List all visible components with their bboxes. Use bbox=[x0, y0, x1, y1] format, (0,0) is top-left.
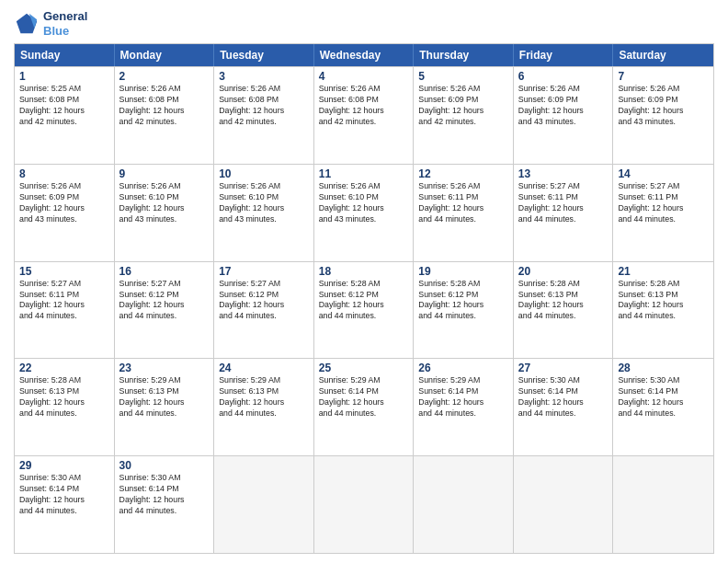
cal-cell-day-20: 20Sunrise: 5:28 AM Sunset: 6:13 PM Dayli… bbox=[514, 262, 614, 359]
day-number: 12 bbox=[418, 167, 508, 180]
day-number: 27 bbox=[518, 362, 609, 374]
calendar-page: General Blue SundayMondayTuesdayWednesda… bbox=[0, 0, 728, 563]
day-number: 18 bbox=[319, 265, 409, 278]
day-number: 15 bbox=[19, 265, 109, 278]
cal-cell-day-8: 8Sunrise: 5:26 AM Sunset: 6:09 PM Daylig… bbox=[15, 165, 115, 261]
day-info: Sunrise: 5:29 AM Sunset: 6:13 PM Dayligh… bbox=[219, 375, 309, 419]
day-number: 28 bbox=[618, 362, 709, 374]
cal-cell-day-7: 7Sunrise: 5:26 AM Sunset: 6:09 PM Daylig… bbox=[613, 67, 713, 164]
day-info: Sunrise: 5:30 AM Sunset: 6:14 PM Dayligh… bbox=[19, 473, 109, 517]
cal-cell-empty bbox=[613, 456, 713, 553]
cal-cell-day-30: 30Sunrise: 5:30 AM Sunset: 6:14 PM Dayli… bbox=[115, 456, 215, 553]
cal-row-5: 29Sunrise: 5:30 AM Sunset: 6:14 PM Dayli… bbox=[15, 455, 713, 553]
cal-cell-day-12: 12Sunrise: 5:26 AM Sunset: 6:11 PM Dayli… bbox=[414, 165, 514, 261]
day-info: Sunrise: 5:29 AM Sunset: 6:14 PM Dayligh… bbox=[319, 375, 409, 419]
cal-row-2: 8Sunrise: 5:26 AM Sunset: 6:09 PM Daylig… bbox=[15, 164, 713, 261]
day-info: Sunrise: 5:27 AM Sunset: 6:11 PM Dayligh… bbox=[618, 181, 709, 225]
cal-row-3: 15Sunrise: 5:27 AM Sunset: 6:11 PM Dayli… bbox=[15, 261, 713, 359]
day-info: Sunrise: 5:30 AM Sunset: 6:14 PM Dayligh… bbox=[618, 375, 709, 419]
day-info: Sunrise: 5:27 AM Sunset: 6:11 PM Dayligh… bbox=[518, 181, 609, 225]
cal-cell-day-23: 23Sunrise: 5:29 AM Sunset: 6:13 PM Dayli… bbox=[115, 359, 215, 455]
header-day-thursday: Thursday bbox=[414, 44, 514, 66]
header-day-sunday: Sunday bbox=[15, 44, 115, 66]
cal-cell-day-25: 25Sunrise: 5:29 AM Sunset: 6:14 PM Dayli… bbox=[314, 359, 415, 455]
day-number: 23 bbox=[119, 362, 210, 374]
day-number: 30 bbox=[119, 459, 210, 472]
header-day-wednesday: Wednesday bbox=[314, 44, 415, 66]
day-info: Sunrise: 5:26 AM Sunset: 6:10 PM Dayligh… bbox=[119, 181, 210, 225]
calendar-body: 1Sunrise: 5:25 AM Sunset: 6:08 PM Daylig… bbox=[15, 66, 713, 553]
cal-cell-day-13: 13Sunrise: 5:27 AM Sunset: 6:11 PM Dayli… bbox=[514, 165, 614, 261]
header-day-tuesday: Tuesday bbox=[214, 44, 314, 66]
cal-cell-day-5: 5Sunrise: 5:26 AM Sunset: 6:09 PM Daylig… bbox=[414, 67, 514, 164]
cal-cell-day-29: 29Sunrise: 5:30 AM Sunset: 6:14 PM Dayli… bbox=[15, 456, 115, 553]
day-info: Sunrise: 5:30 AM Sunset: 6:14 PM Dayligh… bbox=[518, 375, 609, 419]
day-number: 5 bbox=[418, 70, 508, 83]
day-info: Sunrise: 5:28 AM Sunset: 6:13 PM Dayligh… bbox=[618, 279, 709, 323]
cal-cell-day-9: 9Sunrise: 5:26 AM Sunset: 6:10 PM Daylig… bbox=[115, 165, 215, 261]
logo: General Blue bbox=[14, 9, 87, 38]
day-info: Sunrise: 5:27 AM Sunset: 6:12 PM Dayligh… bbox=[119, 279, 210, 323]
day-number: 11 bbox=[319, 167, 409, 180]
day-number: 8 bbox=[19, 167, 109, 180]
day-number: 19 bbox=[418, 265, 508, 278]
cal-cell-day-10: 10Sunrise: 5:26 AM Sunset: 6:10 PM Dayli… bbox=[214, 165, 314, 261]
cal-cell-day-27: 27Sunrise: 5:30 AM Sunset: 6:14 PM Dayli… bbox=[514, 359, 614, 455]
day-number: 16 bbox=[119, 265, 210, 278]
calendar-header: SundayMondayTuesdayWednesdayThursdayFrid… bbox=[15, 44, 713, 66]
header-day-friday: Friday bbox=[514, 44, 614, 66]
day-number: 29 bbox=[19, 459, 109, 472]
day-info: Sunrise: 5:26 AM Sunset: 6:09 PM Dayligh… bbox=[418, 84, 508, 128]
cal-cell-day-16: 16Sunrise: 5:27 AM Sunset: 6:12 PM Dayli… bbox=[115, 262, 215, 359]
day-info: Sunrise: 5:26 AM Sunset: 6:08 PM Dayligh… bbox=[119, 84, 210, 128]
cal-row-4: 22Sunrise: 5:28 AM Sunset: 6:13 PM Dayli… bbox=[15, 358, 713, 455]
day-number: 21 bbox=[618, 265, 709, 278]
cal-cell-day-26: 26Sunrise: 5:29 AM Sunset: 6:14 PM Dayli… bbox=[414, 359, 514, 455]
day-number: 4 bbox=[319, 70, 409, 83]
logo-icon bbox=[14, 11, 40, 37]
day-number: 22 bbox=[19, 362, 109, 374]
calendar: SundayMondayTuesdayWednesdayThursdayFrid… bbox=[14, 43, 714, 554]
header-day-monday: Monday bbox=[115, 44, 215, 66]
cal-cell-empty bbox=[214, 456, 314, 553]
cal-cell-day-3: 3Sunrise: 5:26 AM Sunset: 6:08 PM Daylig… bbox=[214, 67, 314, 164]
day-number: 9 bbox=[119, 167, 210, 180]
day-info: Sunrise: 5:26 AM Sunset: 6:10 PM Dayligh… bbox=[319, 181, 409, 225]
day-number: 17 bbox=[219, 265, 309, 278]
cal-cell-day-19: 19Sunrise: 5:28 AM Sunset: 6:12 PM Dayli… bbox=[414, 262, 514, 359]
cal-cell-day-17: 17Sunrise: 5:27 AM Sunset: 6:12 PM Dayli… bbox=[214, 262, 314, 359]
day-number: 10 bbox=[219, 167, 309, 180]
header-day-saturday: Saturday bbox=[613, 44, 713, 66]
day-number: 1 bbox=[19, 70, 109, 83]
day-number: 20 bbox=[518, 265, 609, 278]
day-info: Sunrise: 5:29 AM Sunset: 6:13 PM Dayligh… bbox=[119, 375, 210, 419]
day-info: Sunrise: 5:25 AM Sunset: 6:08 PM Dayligh… bbox=[19, 84, 109, 128]
cal-cell-empty bbox=[314, 456, 415, 553]
day-info: Sunrise: 5:26 AM Sunset: 6:10 PM Dayligh… bbox=[219, 181, 309, 225]
day-info: Sunrise: 5:30 AM Sunset: 6:14 PM Dayligh… bbox=[119, 473, 210, 517]
day-number: 6 bbox=[518, 70, 609, 83]
day-number: 13 bbox=[518, 167, 609, 180]
day-info: Sunrise: 5:27 AM Sunset: 6:11 PM Dayligh… bbox=[19, 279, 109, 323]
cal-cell-day-11: 11Sunrise: 5:26 AM Sunset: 6:10 PM Dayli… bbox=[314, 165, 415, 261]
logo-text: General Blue bbox=[43, 9, 87, 38]
day-info: Sunrise: 5:26 AM Sunset: 6:08 PM Dayligh… bbox=[319, 84, 409, 128]
day-number: 25 bbox=[319, 362, 409, 374]
cal-cell-day-18: 18Sunrise: 5:28 AM Sunset: 6:12 PM Dayli… bbox=[314, 262, 415, 359]
day-info: Sunrise: 5:28 AM Sunset: 6:12 PM Dayligh… bbox=[418, 279, 508, 323]
cal-cell-day-15: 15Sunrise: 5:27 AM Sunset: 6:11 PM Dayli… bbox=[15, 262, 115, 359]
day-info: Sunrise: 5:27 AM Sunset: 6:12 PM Dayligh… bbox=[219, 279, 309, 323]
day-info: Sunrise: 5:26 AM Sunset: 6:09 PM Dayligh… bbox=[618, 84, 709, 128]
day-info: Sunrise: 5:29 AM Sunset: 6:14 PM Dayligh… bbox=[418, 375, 508, 419]
cal-cell-day-22: 22Sunrise: 5:28 AM Sunset: 6:13 PM Dayli… bbox=[15, 359, 115, 455]
header: General Blue bbox=[14, 9, 714, 38]
cal-row-1: 1Sunrise: 5:25 AM Sunset: 6:08 PM Daylig… bbox=[15, 66, 713, 164]
day-number: 14 bbox=[618, 167, 709, 180]
cal-cell-day-4: 4Sunrise: 5:26 AM Sunset: 6:08 PM Daylig… bbox=[314, 67, 415, 164]
cal-cell-day-21: 21Sunrise: 5:28 AM Sunset: 6:13 PM Dayli… bbox=[613, 262, 713, 359]
cal-cell-empty bbox=[514, 456, 614, 553]
cal-cell-day-14: 14Sunrise: 5:27 AM Sunset: 6:11 PM Dayli… bbox=[613, 165, 713, 261]
cal-cell-day-2: 2Sunrise: 5:26 AM Sunset: 6:08 PM Daylig… bbox=[115, 67, 215, 164]
cal-cell-day-24: 24Sunrise: 5:29 AM Sunset: 6:13 PM Dayli… bbox=[214, 359, 314, 455]
day-info: Sunrise: 5:26 AM Sunset: 6:11 PM Dayligh… bbox=[418, 181, 508, 225]
